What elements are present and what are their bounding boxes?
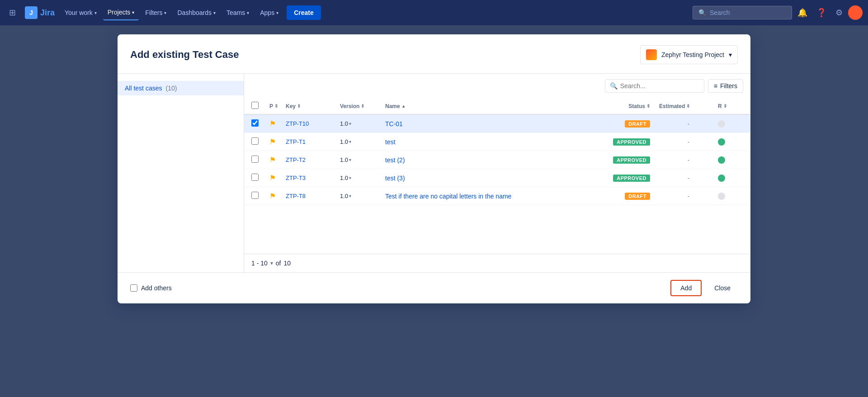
nav-apps[interactable]: Apps ▾ xyxy=(255,5,283,20)
test-name[interactable]: test xyxy=(385,138,591,146)
col-key[interactable]: Key ⇕ xyxy=(286,103,340,109)
grid-icon[interactable]: ⊞ xyxy=(5,4,19,21)
sort-icon: ⇕ xyxy=(646,104,650,109)
sort-icon: ▲ xyxy=(401,104,406,109)
modal-header: Add existing Test Case Zephyr Testing Pr… xyxy=(118,34,750,73)
modal-overlay: Add existing Test Case Zephyr Testing Pr… xyxy=(0,25,868,397)
chevron-down-icon[interactable]: ▾ xyxy=(349,175,351,180)
select-all-checkbox[interactable] xyxy=(251,102,259,109)
settings-icon[interactable]: ⚙ xyxy=(832,4,846,21)
status-badge: APPROVED xyxy=(613,175,650,182)
checkbox-cell[interactable] xyxy=(251,174,269,182)
col-estimated[interactable]: Estimated ⇕ xyxy=(659,103,718,109)
test-key[interactable]: ZTP-T8 xyxy=(286,193,340,199)
status-cell: DRAFT xyxy=(591,193,659,200)
chevron-down-icon: ▾ xyxy=(276,10,278,15)
estimated-cell: - xyxy=(659,156,718,163)
row-checkbox[interactable] xyxy=(251,174,259,181)
modal-title: Add existing Test Case xyxy=(130,49,239,61)
modal-body: All test cases (10) 🔍 ≡ Filters xyxy=(118,73,750,272)
checkbox-cell[interactable] xyxy=(251,137,269,146)
chevron-down-icon: ▾ xyxy=(164,10,166,15)
test-name[interactable]: test (2) xyxy=(385,156,591,164)
chevron-down-icon[interactable]: ▾ xyxy=(349,157,351,162)
estimated-cell: - xyxy=(659,193,718,199)
test-key[interactable]: ZTP-T2 xyxy=(286,156,340,163)
help-icon[interactable]: ❓ xyxy=(813,4,830,21)
sort-icon: ⇕ xyxy=(274,104,278,109)
test-key[interactable]: ZTP-T3 xyxy=(286,175,340,181)
status-cell: APPROVED xyxy=(591,138,659,146)
col-name[interactable]: Name ▲ xyxy=(385,103,591,109)
chevron-down-icon[interactable]: ▾ xyxy=(349,194,351,198)
test-key[interactable]: ZTP-T10 xyxy=(286,120,340,127)
nav-dashboards[interactable]: Dashboards ▾ xyxy=(173,5,220,20)
checkbox-cell[interactable] xyxy=(251,119,269,128)
sort-icon: ⇕ xyxy=(686,104,690,109)
col-status[interactable]: Status ⇕ xyxy=(591,103,659,109)
col-version[interactable]: Version ⇕ xyxy=(340,103,385,109)
notifications-icon[interactable]: 🔔 xyxy=(794,4,811,21)
right-panel: 🔍 ≡ Filters xyxy=(244,74,750,272)
left-panel: All test cases (10) xyxy=(118,74,244,272)
checkbox-cell[interactable] xyxy=(251,156,269,164)
jira-logo[interactable]: J Jira xyxy=(21,6,58,19)
close-button[interactable]: Close xyxy=(707,281,738,295)
search-icon: 🔍 xyxy=(610,82,618,90)
table-row: ⚑ ZTP-T1 1.0 ▾ test APPROVED - xyxy=(244,133,750,151)
test-name[interactable]: Test if there are no capital letters in … xyxy=(385,193,591,200)
nav-your-work[interactable]: Your work ▾ xyxy=(60,5,101,20)
project-selector[interactable]: Zephyr Testing Project ▾ xyxy=(640,45,738,64)
status-badge: DRAFT xyxy=(625,120,650,128)
add-others-label: Add others xyxy=(141,284,172,292)
status-cell: DRAFT xyxy=(591,120,659,128)
row-checkbox[interactable] xyxy=(251,192,259,199)
add-button[interactable]: Add xyxy=(670,280,702,296)
status-badge: APPROVED xyxy=(613,138,650,146)
checkbox-cell[interactable] xyxy=(251,192,269,200)
status-badge: APPROVED xyxy=(613,156,650,164)
filter-icon: ≡ xyxy=(714,82,717,90)
all-test-cases-item[interactable]: All test cases (10) xyxy=(118,81,244,95)
search-box[interactable]: 🔍 xyxy=(605,79,704,93)
chevron-down-icon: ▾ xyxy=(213,10,216,15)
version-cell: 1.0 ▾ xyxy=(340,175,385,181)
project-name: Zephyr Testing Project xyxy=(661,51,724,58)
row-checkbox[interactable] xyxy=(251,156,259,163)
priority-flag-icon: ⚑ xyxy=(269,119,286,128)
avatar[interactable] xyxy=(848,5,863,20)
test-name[interactable]: TC-01 xyxy=(385,120,591,128)
coverage-indicator xyxy=(718,156,725,164)
estimated-cell: - xyxy=(659,138,718,145)
nav-teams[interactable]: Teams ▾ xyxy=(222,5,254,20)
sort-icon: ⇕ xyxy=(723,104,727,109)
nav-projects[interactable]: Projects ▾ xyxy=(103,5,139,20)
test-key[interactable]: ZTP-T1 xyxy=(286,138,340,145)
table-row: ⚑ ZTP-T10 1.0 ▾ TC-01 DRAFT - xyxy=(244,115,750,133)
chevron-down-icon[interactable]: ▾ xyxy=(349,121,351,126)
row-checkbox[interactable] xyxy=(251,119,259,127)
chevron-down-icon: ▾ xyxy=(729,51,732,58)
table-header-row: P ⇕ Key ⇕ Version ⇕ Name xyxy=(244,98,750,115)
chevron-down-icon[interactable]: ▾ xyxy=(349,139,351,144)
col-priority[interactable]: P ⇕ xyxy=(269,103,286,109)
version-cell: 1.0 ▾ xyxy=(340,138,385,145)
search-input[interactable] xyxy=(620,82,699,90)
project-icon xyxy=(646,49,657,60)
test-name[interactable]: test (3) xyxy=(385,175,591,182)
priority-flag-icon: ⚑ xyxy=(269,174,286,182)
select-all-checkbox-cell[interactable] xyxy=(251,102,269,110)
nav-filters[interactable]: Filters ▾ xyxy=(141,5,171,20)
add-others-checkbox[interactable] xyxy=(130,284,137,292)
create-button[interactable]: Create xyxy=(287,5,321,20)
test-case-table: P ⇕ Key ⇕ Version ⇕ Name xyxy=(244,98,750,254)
sort-icon: ⇕ xyxy=(361,104,364,109)
filters-button[interactable]: ≡ Filters xyxy=(708,79,743,93)
col-r[interactable]: R ⇕ xyxy=(718,103,736,109)
search-bar[interactable]: 🔍 Search xyxy=(693,6,792,19)
chevron-down-icon: ▾ xyxy=(94,10,97,15)
logo-text: Jira xyxy=(40,8,55,18)
row-checkbox[interactable] xyxy=(251,137,259,145)
pagination-chevron-icon[interactable]: ▾ xyxy=(270,260,273,266)
coverage-indicator xyxy=(718,175,725,182)
